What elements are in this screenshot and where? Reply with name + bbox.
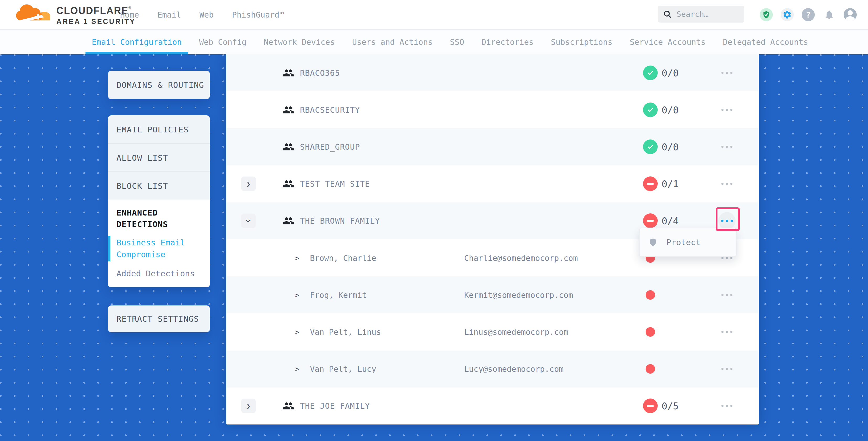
sidebar-item-email-policies[interactable]: EMAIL POLICIES xyxy=(108,115,210,144)
secondary-tab-bar: Email Configuration Web Config Network D… xyxy=(0,30,868,54)
row-actions-menu-button[interactable] xyxy=(718,64,736,82)
nav-web[interactable]: Web xyxy=(199,10,214,20)
sidebar-section-enhanced-detections: ENHANCED DETECTIONS Business Email Compr… xyxy=(108,199,210,287)
table-row-group: ❯ THE JOE FAMILY 0/5 xyxy=(226,387,758,424)
sidebar-link-added-detections[interactable]: Added Detections xyxy=(117,268,202,280)
chevron-right-icon: ❯ xyxy=(247,180,250,187)
search-input[interactable] xyxy=(676,9,739,19)
expand-group-button[interactable]: ❯ xyxy=(241,399,256,413)
sidebar-item-allow-list[interactable]: ALLOW LIST xyxy=(108,144,210,171)
protection-count: 0/5 xyxy=(662,401,679,411)
member-arrow-icon[interactable]: > xyxy=(295,254,299,262)
security-status-icon[interactable] xyxy=(760,8,773,21)
row-actions-menu-button[interactable] xyxy=(718,360,736,378)
status-red-dot xyxy=(646,290,655,300)
content-area: DOMAINS & ROUTING EMAIL POLICIES ALLOW L… xyxy=(0,54,868,441)
tab-directories[interactable]: Directories xyxy=(482,30,534,54)
enhanced-detections-title[interactable]: ENHANCED DETECTIONS xyxy=(117,207,202,230)
expand-group-button[interactable]: ❯ xyxy=(241,177,256,191)
table-row-group: RBACSECURITY 0/0 xyxy=(226,91,758,128)
search-box[interactable] xyxy=(658,6,744,23)
row-actions-menu-button[interactable] xyxy=(718,175,736,192)
row-actions-menu-button[interactable] xyxy=(718,101,736,119)
question-mark-glyph: ? xyxy=(806,10,811,20)
block-list-label: BLOCK LIST xyxy=(117,181,168,191)
context-menu: Protect xyxy=(639,228,737,257)
nav-home[interactable]: Home xyxy=(120,10,139,20)
group-people-icon xyxy=(282,105,294,114)
group-people-icon xyxy=(282,68,294,77)
tab-network-devices[interactable]: Network Devices xyxy=(264,30,335,54)
status-red-dot xyxy=(646,364,655,374)
tab-web-config[interactable]: Web Config xyxy=(199,30,247,54)
cloudflare-cloud-icon xyxy=(14,2,54,25)
row-actions-menu-button[interactable] xyxy=(718,323,736,341)
tab-service-accounts[interactable]: Service Accounts xyxy=(630,30,705,54)
sidebar-item-domains-routing[interactable]: DOMAINS & ROUTING xyxy=(108,71,210,99)
table-row-group: SHARED_GROUP 0/0 xyxy=(226,128,758,165)
member-email: Kermit@somedemocorp.com xyxy=(464,290,573,300)
tab-delegated-accounts[interactable]: Delegated Accounts xyxy=(723,30,808,54)
tab-subscriptions[interactable]: Subscriptions xyxy=(551,30,613,54)
minus-icon xyxy=(647,183,654,185)
table-row-member: > Van Pelt, Linus Linus@somedemocorp.com xyxy=(226,313,758,350)
nav-phishguard[interactable]: PhishGuard™ xyxy=(232,10,284,20)
member-arrow-icon[interactable]: > xyxy=(295,291,299,299)
allow-list-label: ALLOW LIST xyxy=(117,153,168,163)
group-name[interactable]: SHARED_GROUP xyxy=(300,142,360,151)
row-actions-menu-button[interactable] xyxy=(718,397,736,414)
email-policies-label: EMAIL POLICIES xyxy=(117,125,189,134)
chevron-down-icon: ❯ xyxy=(245,219,252,223)
table-row-member: > Frog, Kermit Kermit@somedemocorp.com xyxy=(226,276,758,313)
tab-email-configuration[interactable]: Email Configuration xyxy=(92,30,182,54)
row-actions-menu-button[interactable] xyxy=(718,138,736,155)
tab-users-and-actions[interactable]: Users and Actions xyxy=(352,30,433,54)
status-ok-badge xyxy=(643,102,658,117)
row-actions-menu-button-active[interactable] xyxy=(718,212,736,229)
page: CLOUDFLARE® AREA 1 SECURITY Home Email W… xyxy=(0,0,868,441)
tab-sso[interactable]: SSO xyxy=(450,30,464,54)
protection-count: 0/0 xyxy=(662,141,679,152)
avatar-head xyxy=(847,10,853,15)
avatar-body xyxy=(845,16,855,21)
minus-icon xyxy=(647,220,654,222)
context-menu-item-protect[interactable]: Protect xyxy=(666,238,701,247)
group-name[interactable]: THE BROWN FAMILY xyxy=(300,216,380,225)
sidebar-item-block-list[interactable]: BLOCK LIST xyxy=(108,171,210,199)
member-name[interactable]: Van Pelt, Lucy xyxy=(310,365,376,374)
notifications-bell-icon[interactable] xyxy=(823,8,836,21)
member-email: Lucy@somedemocorp.com xyxy=(464,365,563,374)
header-icons: ? xyxy=(760,8,857,21)
group-name[interactable]: RBACSECURITY xyxy=(300,105,360,114)
group-name[interactable]: RBACO365 xyxy=(300,68,340,77)
member-name[interactable]: Brown, Charlie xyxy=(310,253,376,262)
member-arrow-icon[interactable]: > xyxy=(295,365,299,373)
member-email: Linus@somedemocorp.com xyxy=(464,327,568,336)
nav-email[interactable]: Email xyxy=(157,10,181,20)
group-people-icon xyxy=(282,143,294,151)
cloudflare-logo: CLOUDFLARE® AREA 1 SECURITY xyxy=(14,2,135,26)
domains-routing-label: DOMAINS & ROUTING xyxy=(117,80,204,90)
table-row-member: > Van Pelt, Lucy Lucy@somedemocorp.com xyxy=(226,351,758,387)
member-arrow-icon[interactable]: > xyxy=(295,328,299,336)
member-name[interactable]: Frog, Kermit xyxy=(310,290,367,300)
protection-count: 0/1 xyxy=(662,179,679,189)
status-blocked-badge xyxy=(643,213,658,228)
group-name[interactable]: TEST TEAM SITE xyxy=(300,179,370,189)
status-ok-badge xyxy=(643,66,658,80)
sidebar-link-business-email-compromise[interactable]: Business Email Compromise xyxy=(117,237,202,260)
sidebar-policies-card: EMAIL POLICIES ALLOW LIST BLOCK LIST ENH… xyxy=(108,115,210,287)
collapse-group-button[interactable]: ❯ xyxy=(241,214,256,228)
sidebar-item-retract-settings[interactable]: RETRACT SETTINGS xyxy=(108,306,210,332)
row-actions-menu-button[interactable] xyxy=(718,286,736,304)
group-name[interactable]: THE JOE FAMILY xyxy=(300,401,370,411)
protection-count: 0/0 xyxy=(662,67,679,78)
member-name[interactable]: Van Pelt, Linus xyxy=(310,327,381,336)
member-email: Charlie@somedemocorp.com xyxy=(464,253,578,262)
minus-icon xyxy=(647,405,654,407)
status-red-dot xyxy=(646,327,655,337)
retract-settings-label: RETRACT SETTINGS xyxy=(117,314,199,323)
settings-gear-icon[interactable] xyxy=(781,8,794,21)
user-avatar-icon[interactable] xyxy=(844,8,857,21)
help-icon[interactable]: ? xyxy=(802,8,815,21)
